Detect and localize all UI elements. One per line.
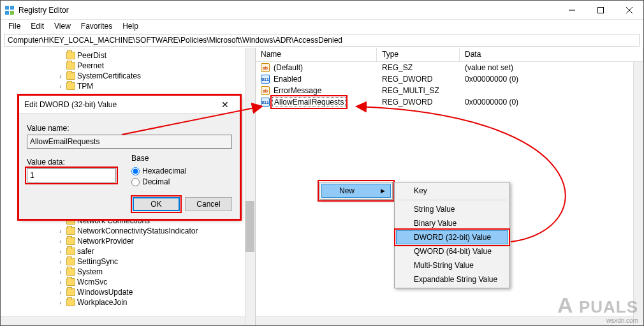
expand-icon[interactable]: › (57, 248, 64, 255)
col-header-name[interactable]: Name (256, 48, 377, 61)
registry-value-row[interactable]: 011 Enabled REG_DWORD 0x00000000 (0) (256, 73, 643, 85)
value-type: REG_MULTI_SZ (377, 86, 460, 95)
folder-icon (66, 62, 75, 70)
value-name-input[interactable] (27, 135, 232, 149)
radio-hex-input[interactable] (131, 167, 140, 175)
context-submenu-new: KeyString ValueBinary ValueDWORD (32-bit… (394, 182, 510, 288)
radio-hex[interactable]: Hexadecimal (131, 167, 186, 175)
edit-dword-dialog: Edit DWORD (32-bit) Value ✕ Value name: … (18, 95, 240, 219)
credit-text: wsxdn.com (606, 317, 638, 324)
list-scrollbar-v[interactable] (633, 62, 643, 326)
menu-view[interactable]: View (49, 20, 76, 32)
cancel-button[interactable]: Cancel (185, 197, 232, 211)
menu-file[interactable]: File (3, 20, 26, 32)
regedit-icon (4, 5, 15, 15)
window-title: Registry Editor (18, 6, 557, 15)
menu-favorites[interactable]: Favorites (76, 20, 117, 32)
tree-label: safer (77, 247, 94, 256)
base-group-label: Base (131, 154, 186, 163)
col-header-data[interactable]: Data (460, 48, 643, 61)
tree-item[interactable]: ›safer (57, 246, 255, 256)
dialog-titlebar[interactable]: Edit DWORD (32-bit) Value ✕ (19, 96, 240, 114)
tree-item[interactable]: ›NetworkConnectivityStatusIndicator (57, 226, 255, 236)
expand-icon[interactable]: › (57, 83, 64, 90)
folder-icon (66, 248, 75, 255)
tree-item[interactable]: ›SettingSync (57, 256, 255, 267)
menu-help[interactable]: Help (117, 20, 143, 32)
tree-item[interactable]: ›WorkplaceJoin (57, 297, 255, 307)
minimize-button[interactable] (557, 1, 586, 20)
maximize-button[interactable] (586, 1, 615, 20)
tree-item[interactable]: ›TPM (57, 81, 255, 91)
value-name: ErrorMessage (272, 86, 323, 95)
value-type: REG_DWORD (377, 98, 460, 107)
expand-icon[interactable]: › (57, 73, 64, 80)
context-item[interactable]: Expandable String Value (396, 272, 508, 286)
reg-ab-icon: ab (261, 63, 270, 72)
folder-icon (66, 299, 75, 306)
expand-icon[interactable]: › (57, 299, 64, 306)
tree-scrollbar-h[interactable] (1, 316, 245, 326)
context-item[interactable]: DWORD (32-bit) Value (396, 230, 508, 244)
tree-label: WorkplaceJoin (77, 298, 127, 307)
menu-edit[interactable]: Edit (26, 20, 49, 32)
folder-icon (66, 258, 75, 265)
value-data: (value not set) (460, 63, 643, 72)
close-button[interactable] (615, 1, 643, 20)
context-item[interactable]: QWORD (64-bit) Value (396, 244, 508, 258)
reg-bin-icon: 011 (261, 98, 270, 107)
svg-rect-5 (597, 7, 603, 13)
context-menu-new: New ▶ (319, 182, 393, 200)
context-item[interactable]: Key (396, 184, 508, 198)
expand-icon[interactable]: › (57, 238, 64, 245)
value-data-input[interactable] (27, 168, 116, 182)
tree-label: WcmSvc (77, 278, 107, 286)
dialog-title: Edit DWORD (32-bit) Value (24, 100, 216, 109)
expand-icon[interactable]: › (57, 289, 64, 296)
tree-label: WindowsUpdate (77, 288, 133, 297)
expand-icon[interactable]: › (57, 228, 64, 235)
tree-item[interactable]: ›NetworkProvider (57, 236, 255, 246)
submenu-arrow-icon: ▶ (381, 188, 385, 194)
menubar: File Edit View Favorites Help (1, 20, 643, 33)
list-header: Name Type Data (256, 48, 643, 62)
value-name: (Default) (272, 63, 304, 72)
value-name: AllowEmailRequests (272, 97, 346, 107)
tree-label: TPM (77, 82, 93, 91)
value-data: 0x00000000 (0) (460, 98, 643, 107)
expand-icon[interactable]: › (57, 269, 64, 276)
tree-item[interactable]: Peernet (57, 61, 255, 71)
registry-value-row[interactable]: 011 AllowEmailRequests REG_DWORD 0x00000… (256, 96, 643, 108)
registry-value-row[interactable]: ab (Default) REG_SZ (value not set) (256, 62, 643, 73)
ok-button[interactable]: OK (133, 197, 180, 211)
tree-item[interactable]: ›System (57, 267, 255, 277)
svg-rect-2 (5, 11, 9, 15)
registry-value-row[interactable]: ab ErrorMessage REG_MULTI_SZ (256, 85, 643, 96)
expand-icon[interactable]: › (57, 279, 64, 286)
reg-ab-icon: ab (261, 86, 270, 95)
radio-dec-input[interactable] (131, 178, 140, 186)
value-name-label: Value name: (27, 124, 232, 133)
expand-icon[interactable]: › (57, 258, 64, 265)
col-header-type[interactable]: Type (377, 48, 460, 61)
titlebar: Registry Editor (1, 1, 643, 20)
tree-label: NetworkProvider (77, 237, 134, 246)
value-data-label: Value data: (27, 158, 116, 167)
tree-item[interactable]: PeerDist (57, 50, 255, 61)
context-item-new[interactable]: New ▶ (321, 184, 391, 198)
tree-scrollbar-v[interactable] (245, 48, 255, 326)
value-type: REG_SZ (377, 63, 460, 72)
list-scrollbar-h[interactable] (256, 316, 633, 326)
tree-item[interactable]: ›WindowsUpdate (57, 287, 255, 297)
value-name: Enabled (272, 75, 303, 84)
folder-icon (66, 237, 75, 245)
context-item[interactable]: String Value (396, 202, 508, 216)
dialog-close-button[interactable]: ✕ (216, 100, 235, 110)
tree-item[interactable]: ›WcmSvc (57, 277, 255, 287)
radio-dec[interactable]: Decimal (131, 177, 186, 186)
context-item[interactable]: Multi-String Value (396, 258, 508, 272)
address-bar[interactable]: Computer\HKEY_LOCAL_MACHINE\SOFTWARE\Pol… (4, 34, 640, 47)
tree-label: NetworkConnectivityStatusIndicator (77, 226, 198, 235)
tree-item[interactable]: ›SystemCertificates (57, 71, 255, 81)
context-item[interactable]: Binary Value (396, 216, 508, 230)
